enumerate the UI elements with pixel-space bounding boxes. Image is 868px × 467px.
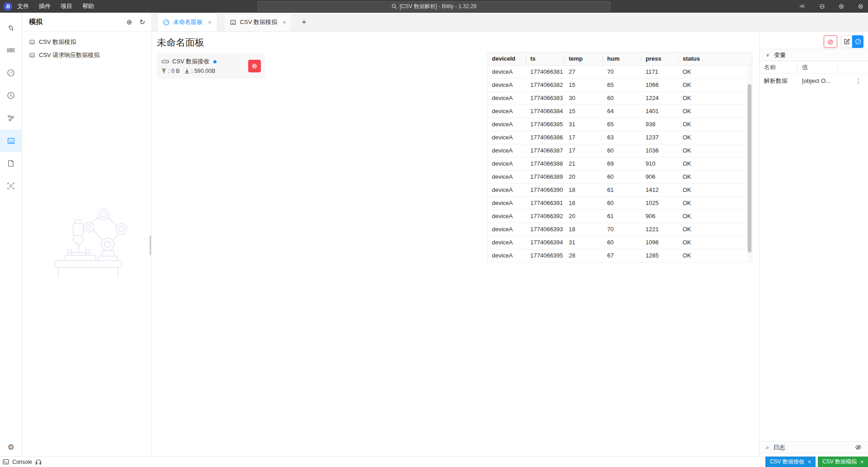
- table-row[interactable]: deviceA17740663922061906OK: [488, 210, 752, 223]
- activity-frame-icon[interactable]: [0, 39, 22, 62]
- table-cell: deviceA: [488, 131, 526, 144]
- more-menu-icon[interactable]: ⋮: [838, 77, 868, 85]
- search-input[interactable]: [CSV 数据解析] - Bittly - 1.32.29: [258, 1, 610, 11]
- table-row[interactable]: deviceA177406639118601025OK: [488, 197, 752, 210]
- table-cell: 1774066394: [526, 236, 565, 249]
- add-tab-button[interactable]: +: [299, 18, 309, 27]
- menu-project[interactable]: 项目: [56, 0, 77, 13]
- table-scrollbar-track[interactable]: [747, 66, 752, 262]
- table-row[interactable]: deviceA177406639318701221OK: [488, 223, 752, 236]
- table-cell: deviceA: [488, 118, 526, 131]
- table-cell: deviceA: [488, 157, 526, 171]
- table-cell: 18: [565, 184, 603, 197]
- activity-document-icon[interactable]: [0, 152, 22, 175]
- variable-row[interactable]: 解析数据 [object O... ⋮: [760, 74, 868, 88]
- menu-plugins[interactable]: 插件: [34, 0, 56, 13]
- column-header[interactable]: status: [679, 52, 752, 65]
- add-simulator-icon[interactable]: ⊕: [127, 18, 132, 26]
- table-cell: 64: [603, 105, 642, 118]
- table-cell: 30: [565, 92, 603, 105]
- tab-csv-data-sim[interactable]: CSV 数据模拟 ×: [224, 13, 292, 31]
- table-row[interactable]: deviceA177406639018611412OK: [488, 184, 752, 197]
- edit-mode-button[interactable]: [841, 35, 852, 48]
- column-header[interactable]: hum: [603, 52, 642, 65]
- table-cell: OK: [679, 66, 752, 79]
- tab-label: CSV 数据模拟: [240, 18, 277, 26]
- table-row[interactable]: deviceA17740663892060906OK: [488, 171, 752, 184]
- table-row[interactable]: deviceA177406638330601224OK: [488, 92, 752, 105]
- table-body: deviceA177406638127701171OKdeviceA177406…: [488, 66, 752, 262]
- console-toggle[interactable]: Console: [3, 459, 42, 465]
- task-csv-data-sim[interactable]: CSV 数据模拟 ×: [818, 457, 868, 467]
- widget-title-row: CSV 数据接收: [161, 57, 261, 66]
- menu-file[interactable]: 文件: [12, 0, 34, 13]
- table-row[interactable]: deviceA177406638717601036OK: [488, 144, 752, 157]
- task-close-icon[interactable]: ×: [808, 459, 811, 465]
- table-cell: OK: [679, 171, 752, 184]
- log-section-header[interactable]: > 日志: [760, 441, 868, 453]
- table-scrollbar-thumb[interactable]: [748, 84, 751, 253]
- robot-arm-watermark: [43, 203, 132, 281]
- activity-serial-icon[interactable]: [0, 16, 22, 39]
- sidebar-simulators: 模拟 ⊕ ↻ CSV 数据模拟 CSV 请求响应数据模拟: [23, 13, 152, 456]
- activity-timer-icon[interactable]: [0, 84, 22, 107]
- table-cell: deviceA: [488, 210, 526, 223]
- minimize-icon[interactable]: ⊖: [819, 0, 825, 13]
- table-cell: 1224: [642, 92, 679, 105]
- table-cell: 1774066383: [526, 92, 565, 105]
- tab-close-icon[interactable]: ×: [208, 19, 212, 26]
- table-row[interactable]: deviceA17740663882169910OK: [488, 157, 752, 171]
- table-row[interactable]: deviceA177406638415641401OK: [488, 105, 752, 118]
- activity-spacer: [0, 197, 22, 438]
- table-row[interactable]: deviceA177406638215651066OK: [488, 79, 752, 92]
- sidebar-item-csv-reqresp-sim[interactable]: CSV 请求响应数据模拟: [23, 48, 151, 62]
- status-dot: [213, 60, 217, 63]
- close-icon[interactable]: ⊗: [858, 0, 863, 13]
- maximize-icon[interactable]: ⊕: [839, 0, 844, 13]
- table-row[interactable]: deviceA177406638617631237OK: [488, 131, 752, 144]
- run-mode-button[interactable]: [852, 35, 863, 48]
- menu-help[interactable]: 帮助: [77, 0, 99, 13]
- activity-bar: ⚙: [0, 13, 22, 456]
- stop-button[interactable]: ⊗: [248, 60, 261, 72]
- table-row[interactable]: deviceA177406639528671285OK: [488, 249, 752, 262]
- table-cell: 1171: [642, 66, 679, 79]
- table-row[interactable]: deviceA17740663853165938OK: [488, 118, 752, 131]
- activity-dashboard-icon[interactable]: [0, 62, 22, 84]
- activity-batch-icon[interactable]: [0, 175, 22, 197]
- pin-icon[interactable]: [799, 3, 806, 10]
- csv-receive-widget[interactable]: CSV 数据接收 : 0 B : 590.00B ⊗: [157, 53, 265, 79]
- headphones-icon[interactable]: [35, 459, 42, 465]
- activity-simulator-icon[interactable]: [0, 129, 22, 152]
- variables-section-header[interactable]: ∨ 变量: [760, 49, 868, 61]
- column-header[interactable]: ts: [526, 52, 565, 65]
- page-title: 未命名面板: [157, 36, 204, 49]
- tab-unnamed-panel[interactable]: 未命名面板 ×: [157, 13, 217, 31]
- robot-icon: [29, 39, 35, 45]
- table-cell: 906: [642, 210, 679, 223]
- running-tasks: CSV 数据接收 × CSV 数据模拟 ×: [765, 457, 868, 467]
- table-row[interactable]: deviceA177406639431601096OK: [488, 236, 752, 249]
- tab-label: 未命名面板: [173, 18, 203, 26]
- variables-name-header: 名称: [760, 62, 797, 73]
- column-header[interactable]: press: [642, 52, 679, 65]
- column-header[interactable]: deviceId: [488, 52, 526, 65]
- column-header[interactable]: temp: [565, 52, 603, 65]
- table-cell: 1774066393: [526, 223, 565, 236]
- task-csv-receive[interactable]: CSV 数据接收 ×: [765, 457, 816, 467]
- sidebar-item-csv-data-sim[interactable]: CSV 数据模拟: [23, 35, 151, 48]
- table-row[interactable]: deviceA177406638127701171OK: [488, 66, 752, 79]
- settings-gear-icon[interactable]: ⚙: [0, 438, 22, 456]
- refresh-icon[interactable]: ↻: [139, 18, 145, 26]
- title-bar: B 文件 插件 项目 帮助 [CSV 数据解析] - Bittly - 1.32…: [0, 0, 868, 13]
- disable-button[interactable]: ⊘: [824, 35, 837, 48]
- terminal-icon: [3, 459, 9, 465]
- activity-nodes-icon[interactable]: [0, 107, 22, 129]
- table-cell: 70: [603, 223, 642, 236]
- view-toggle-group: [841, 35, 863, 48]
- tab-close-icon[interactable]: ×: [283, 19, 286, 26]
- table-cell: 61: [603, 184, 642, 197]
- task-close-icon[interactable]: ×: [860, 459, 863, 465]
- eye-invisible-icon[interactable]: [855, 444, 862, 451]
- sidebar-scrollbar-thumb[interactable]: [150, 235, 151, 255]
